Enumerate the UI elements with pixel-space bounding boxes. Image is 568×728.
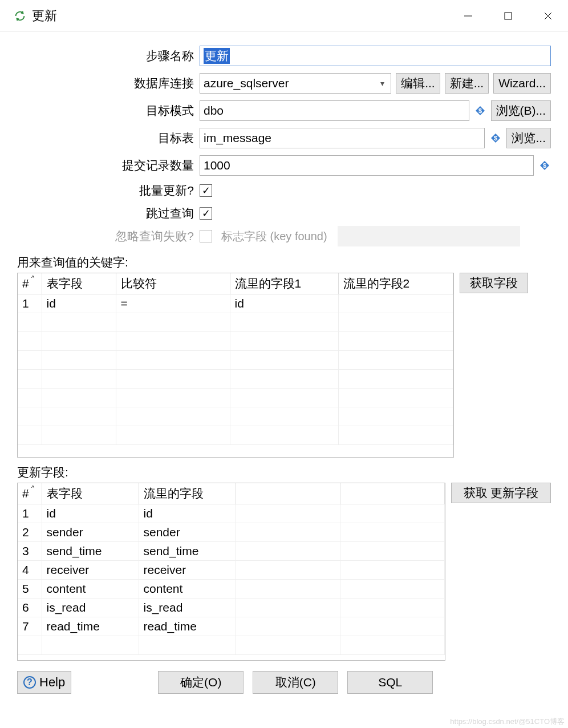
table-row[interactable]: 3send_timesend_time: [18, 542, 445, 561]
table-row[interactable]: 1id=id: [18, 294, 453, 313]
flag-field-label: 标志字段 (key found): [221, 229, 327, 244]
titlebar: 更新: [0, 0, 568, 32]
maximize-button[interactable]: [488, 0, 528, 32]
table-row[interactable]: [18, 370, 453, 389]
help-button[interactable]: ? Help: [17, 671, 71, 694]
table-row[interactable]: [18, 351, 453, 370]
svg-text:$: $: [494, 135, 497, 141]
help-icon: ?: [23, 676, 36, 689]
db-connection-combo[interactable]: azure_sqlserver ▾: [200, 73, 391, 94]
help-label: Help: [39, 675, 65, 690]
table-row[interactable]: 1idid: [18, 504, 445, 523]
commit-size-label: 提交记录数量: [17, 157, 200, 173]
table-row[interactable]: 4receiverreceiver: [18, 561, 445, 580]
col-stream-field1[interactable]: 流里的字段1: [230, 273, 338, 294]
new-connection-button[interactable]: 新建...: [445, 73, 489, 94]
svg-text:$: $: [543, 162, 546, 169]
table-row[interactable]: [18, 636, 445, 655]
browse-schema-button[interactable]: 浏览(B)...: [491, 100, 551, 121]
step-name-label: 步骤名称: [17, 48, 200, 64]
get-update-fields-button[interactable]: 获取 更新字段: [451, 483, 551, 503]
svg-rect-1: [505, 13, 512, 19]
key-lookup-title: 用来查询值的关键字:: [17, 254, 551, 270]
batch-update-checkbox[interactable]: [200, 184, 212, 197]
minimize-button[interactable]: [448, 0, 488, 32]
table-row[interactable]: [18, 407, 453, 426]
target-table-label: 目标表: [17, 130, 200, 146]
table-row[interactable]: 5contentcontent: [18, 580, 445, 598]
chevron-down-icon: ▾: [375, 79, 390, 88]
db-connection-label: 数据库连接: [17, 75, 200, 91]
form-grid: 步骤名称 更新 数据库连接 azure_sqlserver ▾ 编辑... 新建…: [17, 42, 551, 248]
step-name-value: 更新: [204, 48, 230, 64]
col-table-field[interactable]: 表字段: [42, 273, 116, 294]
col-table-field[interactable]: 表字段: [42, 483, 139, 504]
table-row[interactable]: 6is_readis_read: [18, 598, 445, 617]
flag-field-input: [338, 226, 520, 246]
table-row[interactable]: 7read_timeread_time: [18, 617, 445, 636]
footer: ? Help 确定(O) 取消(C) SQL: [0, 661, 568, 706]
browse-table-button[interactable]: 浏览...: [506, 128, 551, 148]
ignore-fail-checkbox: [200, 230, 212, 242]
key-lookup-grid[interactable]: #^ 表字段 比较符 流里的字段1 流里的字段2 1id=id: [17, 273, 454, 458]
skip-lookup-label: 跳过查询: [17, 205, 200, 221]
col-comparator[interactable]: 比较符: [116, 273, 230, 294]
target-table-input[interactable]: [200, 128, 485, 148]
target-schema-label: 目标模式: [17, 103, 200, 119]
col-stream-field[interactable]: 流里的字段: [139, 483, 236, 504]
get-fields-button[interactable]: 获取字段: [460, 273, 528, 293]
table-row[interactable]: 2sendersender: [18, 523, 445, 542]
col-num[interactable]: #^: [18, 273, 42, 294]
table-row[interactable]: [18, 426, 453, 445]
refresh-icon: [14, 10, 26, 22]
watermark: https://blog.csdn.net/@51CTO博客: [450, 717, 565, 727]
commit-size-input[interactable]: [200, 155, 534, 176]
close-button[interactable]: [528, 0, 568, 32]
update-fields-title: 更新字段:: [17, 464, 551, 480]
sql-button[interactable]: SQL: [347, 671, 433, 694]
variable-icon[interactable]: $: [489, 132, 502, 144]
svg-text:$: $: [478, 107, 481, 114]
variable-icon[interactable]: $: [538, 159, 551, 172]
target-schema-input[interactable]: [200, 100, 469, 121]
skip-lookup-checkbox[interactable]: [200, 207, 212, 220]
table-row[interactable]: [18, 313, 453, 332]
window-title: 更新: [32, 7, 448, 25]
table-row[interactable]: [18, 332, 453, 351]
col-stream-field2[interactable]: 流里的字段2: [338, 273, 453, 294]
cancel-button[interactable]: 取消(C): [253, 671, 338, 694]
table-row[interactable]: [18, 389, 453, 407]
ok-button[interactable]: 确定(O): [158, 671, 244, 694]
update-fields-grid[interactable]: #^ 表字段 流里的字段 1idid2sendersender3send_tim…: [17, 483, 445, 661]
ignore-fail-label: 忽略查询失败?: [17, 228, 200, 244]
step-name-input[interactable]: 更新: [200, 46, 551, 66]
variable-icon[interactable]: $: [474, 104, 486, 117]
col-num[interactable]: #^: [18, 483, 42, 504]
edit-connection-button[interactable]: 编辑...: [396, 73, 440, 94]
wizard-button[interactable]: Wizard...: [493, 73, 551, 94]
db-connection-value: azure_sqlserver: [204, 76, 375, 90]
batch-update-label: 批量更新?: [17, 183, 200, 199]
